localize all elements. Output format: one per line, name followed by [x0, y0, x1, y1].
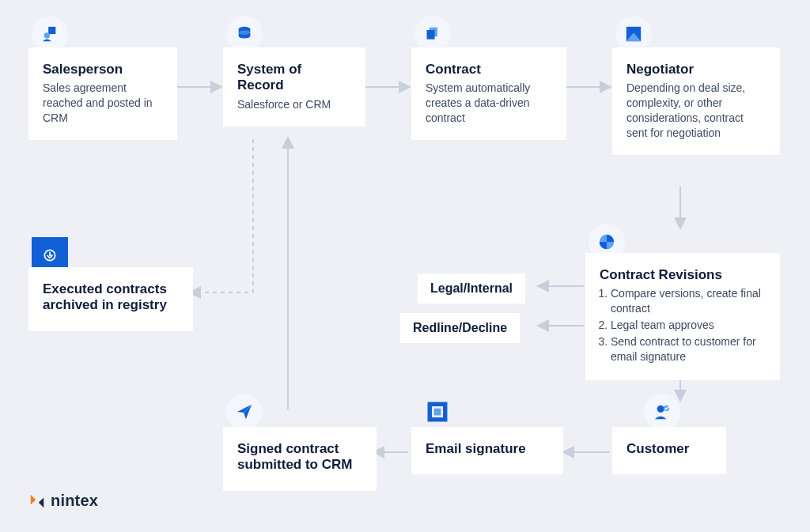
- card-email-signature: Email signature: [411, 427, 563, 474]
- revisions-item-1: Compare versions, create final contract: [611, 286, 766, 316]
- nintex-icon: [28, 492, 46, 510]
- svg-point-13: [239, 30, 251, 35]
- brand-logo: nintex: [28, 492, 98, 510]
- signed-title: Signed contract submitted to CRM: [237, 441, 362, 474]
- label-legal-internal: Legal/Internal: [418, 274, 525, 304]
- customer-icon: [644, 394, 680, 430]
- card-system-of-record: System of Record Salesforce or CRM: [223, 47, 365, 126]
- card-customer: Customer: [612, 427, 726, 474]
- card-salesperson: Salesperson Sales agreement reached and …: [28, 47, 177, 140]
- revisions-title: Contract Revisions: [600, 267, 766, 283]
- contract-desc: System automatically creates a data-driv…: [426, 81, 552, 126]
- revisions-item-3: Send contract to customer for email sign…: [611, 334, 766, 364]
- revisions-list: Compare versions, create final contract …: [600, 286, 766, 364]
- negotiator-title: Negotiator: [626, 62, 766, 77]
- card-contract-revisions: Contract Revisions Compare versions, cre…: [585, 253, 780, 380]
- brand-text: nintex: [51, 492, 98, 510]
- svg-rect-15: [427, 30, 435, 40]
- archived-title: Executed contracts archived in registry: [43, 281, 179, 314]
- system-of-record-desc: Salesforce or CRM: [237, 97, 351, 112]
- label-redline-decline: Redline/Decline: [400, 313, 520, 343]
- svg-point-19: [657, 406, 664, 413]
- send-icon: [226, 394, 263, 430]
- svg-rect-22: [434, 409, 441, 416]
- svg-point-11: [44, 32, 50, 38]
- card-negotiator: Negotiator Depending on deal size, compl…: [612, 47, 780, 155]
- system-of-record-title: System of Record: [237, 62, 351, 94]
- signature-icon: [419, 394, 456, 430]
- salesperson-desc: Sales agreement reached and posted in CR…: [43, 81, 163, 126]
- salesperson-title: Salesperson: [43, 62, 163, 77]
- revisions-item-2: Legal team approves: [611, 318, 766, 333]
- email-signature-title: Email signature: [426, 441, 549, 457]
- contract-title: Contract: [426, 62, 552, 77]
- negotiator-desc: Depending on deal size, complexity, or o…: [626, 81, 766, 141]
- card-signed: Signed contract submitted to CRM: [223, 427, 377, 491]
- card-contract: Contract System automatically creates a …: [411, 47, 566, 140]
- card-archived: Executed contracts archived in registry: [28, 267, 193, 331]
- svg-rect-10: [48, 27, 55, 34]
- customer-title: Customer: [626, 441, 712, 457]
